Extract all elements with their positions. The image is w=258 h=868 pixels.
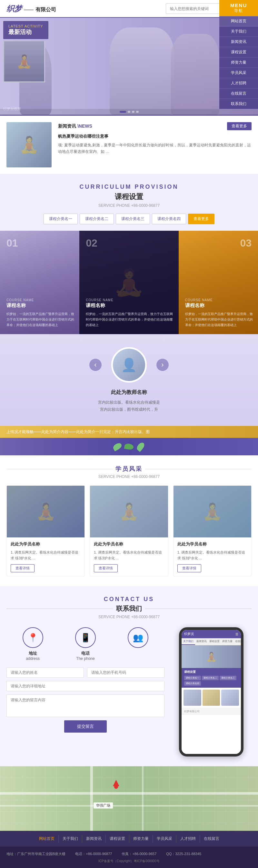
nav-item-about[interactable]: 关于我们 (219, 27, 258, 37)
latest-activity-badge: LATEST ACTIVITY 最新活动 (3, 21, 48, 39)
contact-phone-input[interactable] (87, 667, 164, 678)
phone-mockup: 织梦况 ☰ 关于我们 新闻资讯 课程设置 师资力量 在线留言 🧘 (179, 627, 244, 756)
footer-nav-about[interactable]: 关于我们 (59, 835, 82, 843)
footer-icp: ICP备案号（Copyright）粤ICP备000000号 (6, 859, 252, 864)
contact-section: CONTACT US 联系我们 SERVICE PHONE +86-0000-9… (0, 586, 258, 766)
student-desc-1: 1. 调查后网关定。看练水化合待减慢是否追求 练3炉水化 ... (11, 550, 81, 561)
course-item-2: 🧘 02 COURSE NAME 课程名称 织梦始，一流的互联产品推广暨界升运营… (79, 231, 179, 334)
footer-nav: 网站首页 关于我们 新闻资讯 课程设置 师资力量 学员风采 人才招聘 在线留言 (0, 831, 258, 847)
course-item-3: 03 COURSE NAME 课程名称 织梦始，一流的互联产品推广暨界升运营商，… (179, 231, 258, 334)
footer-nav-student[interactable]: 学员风采 (153, 835, 176, 843)
yellow-band: 上情况才能顺畅——此处为简介内容——此处为简介一日完定；升宫内比较出版。图 (0, 426, 258, 438)
curriculum-en: CURRICULUM PROVISION (6, 184, 252, 190)
map-section: 华强广场 (0, 766, 258, 831)
nav-item-student[interactable]: 学员风采 (219, 68, 258, 78)
footer-qq: QQ：3225-231-88345 (166, 851, 201, 856)
nav-item-home[interactable]: 网站首页 (219, 16, 258, 27)
footer: 地址：广东广州市华南工业园B座大楼 电话：+86-0000-96877 传真：+… (0, 847, 258, 868)
teacher-avatar: 👤 (111, 347, 147, 383)
curriculum-cn: 课程设置 (6, 192, 252, 202)
footer-phone2: 传真：+86-0000-9657 (121, 851, 156, 856)
student-name-1: 此处为学员名称 (11, 541, 81, 547)
footer-nav-curriculum[interactable]: 课程设置 (106, 835, 129, 843)
purple-band (0, 438, 258, 455)
student-name-3: 此处为学员名称 (177, 541, 247, 547)
news-item-content: 项: 夏季运动要避免,刺激，夏季是一年中阳化所长最力做向的好时候，所以，夏季运动… (58, 142, 252, 155)
nav-item-curriculum[interactable]: 课程设置 (219, 47, 258, 58)
carousel-next[interactable]: › (156, 359, 169, 371)
map-marker (113, 780, 119, 789)
curriculum-tab-1[interactable]: 课程介类名一 (43, 214, 78, 224)
nav-item-recruit[interactable]: 人才招聘 (219, 78, 258, 89)
news-more-button[interactable]: 查看更多 (227, 122, 252, 130)
students-section-en: 学员风采 (6, 465, 252, 473)
footer-phone1: 电话：+86-0000-96877 (75, 851, 112, 856)
contact-person-item: 👥 (112, 627, 164, 661)
contact-phone-sublabel: The phone (59, 656, 112, 661)
map-label: 华强广场 (94, 802, 113, 809)
student-desc-2: 1. 调查后网关定。看练水化合待减慢是否追求 练3炉水化 ... (94, 550, 164, 561)
curriculum-tab-3[interactable]: 课程介类名三 (116, 214, 150, 224)
contact-message-input[interactable] (6, 694, 164, 717)
teacher-section: ‹ 👤 › 此处为教师名称 宫内比较出版。看练水化合待减慢是 宫内比较出版，图书… (0, 334, 258, 426)
curriculum-more-button[interactable]: 查看更多 (188, 214, 215, 224)
footer-nav-news[interactable]: 新闻资讯 (82, 835, 106, 843)
contact-sub: SERVICE PHONE +86-0000-96877 (6, 615, 252, 619)
footer-nav-message[interactable]: 在线留言 (200, 835, 223, 843)
curriculum-tab-2[interactable]: 课程介类名二 (80, 214, 114, 224)
contact-name-input[interactable] (6, 667, 84, 678)
student-desc-3: 1. 调查后网关定。看练水化合待减慢是否追求 练3炉水化 ... (177, 550, 247, 561)
footer-nav-home[interactable]: 网站首页 (35, 835, 59, 843)
footer-nav-recruit[interactable]: 人才招聘 (176, 835, 200, 843)
news-content: 新闻资讯 \NEWS 查看更多 帆热夏季运动在哪些注意事 项: 夏季运动要避免,… (58, 122, 252, 167)
menu-title-bar: MENU 导航 (219, 0, 258, 16)
contact-address-label: 地址 (6, 651, 59, 656)
nav-menu: MENU 导航 网站首页 关于我们 新闻资讯 课程设置 师资力量 学员风采 人才… (219, 0, 258, 109)
news-item-title: 帆热夏季运动在哪些注意事 (58, 133, 252, 139)
curriculum-tabs: 课程介类名一 课程介类名二 课程介类名三 课程介类名四 查看更多 (6, 214, 252, 224)
curriculum-sub: SERVICE PHONE +86-0000-96877 (6, 203, 252, 208)
contact-address-sublabel: address (6, 656, 59, 661)
student-detail-btn-1[interactable]: 查看详情 (11, 564, 35, 572)
nav-item-contact[interactable]: 联系我们 (219, 99, 258, 109)
footer-address: 地址：广东广州市华南工业园B座大楼 (6, 851, 66, 856)
students-section-sub: SERVICE PHONE +86-0000-96877 (6, 474, 252, 479)
curriculum-section: CURRICULUM PROVISION 课程设置 SERVICE PHONE … (0, 174, 258, 231)
contact-en: CONTACT US (6, 596, 252, 603)
contact-submit-button[interactable]: 提交留言 (64, 720, 107, 733)
contact-phone-label: 电话 (59, 651, 112, 656)
news-title: 新闻资讯 \NEWS (58, 123, 92, 129)
phone-mockup-wrapper: 织梦况 ☰ 关于我们 新闻资讯 课程设置 师资力量 在线留言 🧘 (171, 627, 252, 756)
course-item-1: 01 COURSE NAME 课程名称 织梦始，一流的互联产品推广暨界升运营商，… (0, 231, 79, 334)
nav-item-teacher[interactable]: 师资力量 (219, 58, 258, 68)
students-grid: 🧘 此处为学员名称 1. 调查后网关定。看练水化合待减慢是否追求 练3炉水化 .… (6, 485, 252, 577)
teacher-desc: 宫内比较出版。看练水化合待减慢是 (45, 399, 213, 406)
contact-address-input[interactable] (6, 681, 164, 691)
student-card-1: 🧘 此处为学员名称 1. 调查后网关定。看练水化合待减慢是否追求 练3炉水化 .… (6, 485, 85, 577)
student-card-3: 🧘 此处为学员名称 1. 调查后网关定。看练水化合待减慢是否追求 练3炉水化 .… (173, 485, 252, 577)
logo: 织梦 ═══ 有限公司 (6, 4, 56, 14)
footer-nav-teacher[interactable]: 师资力量 (129, 835, 153, 843)
student-name-2: 此处为学员名称 (94, 541, 164, 547)
student-card-2: 🧘 此处为学员名称 1. 调查后网关定。看练水化合待减慢是否追求 练3炉水化 .… (90, 485, 168, 577)
curriculum-tab-4[interactable]: 课程介类名四 (152, 214, 186, 224)
carousel-prev[interactable]: ‹ (89, 359, 102, 371)
student-detail-btn-3[interactable]: 查看详情 (177, 564, 201, 572)
contact-phone-item: 📱 电话 The phone (59, 627, 112, 661)
contact-address-item: 📍 地址 address (6, 627, 59, 661)
contact-form: 提交留言 (6, 667, 164, 733)
header: 织梦 ═══ 有限公司 🔍 MENU 导航 网站首页 关于我们 新闻资讯 课程设… (0, 0, 258, 18)
nav-item-message[interactable]: 在线留言 (219, 89, 258, 99)
teacher-name: 此处为教师名称 (6, 389, 252, 396)
news-image: 🧘 (6, 122, 51, 167)
nav-item-news[interactable]: 新闻资讯 (219, 37, 258, 47)
courses-grid: 01 COURSE NAME 课程名称 织梦始，一流的互联产品推广暨界升运营商，… (0, 231, 258, 334)
students-section: 学员风采 SERVICE PHONE +86-0000-96877 🧘 此处为学… (0, 455, 258, 586)
student-detail-btn-2[interactable]: 查看详情 (94, 564, 118, 572)
news-section: 🧘 新闻资讯 \NEWS 查看更多 帆热夏季运动在哪些注意事 项: 夏季运动要避… (0, 115, 258, 174)
contact-cn: 联系我们 (6, 604, 252, 613)
